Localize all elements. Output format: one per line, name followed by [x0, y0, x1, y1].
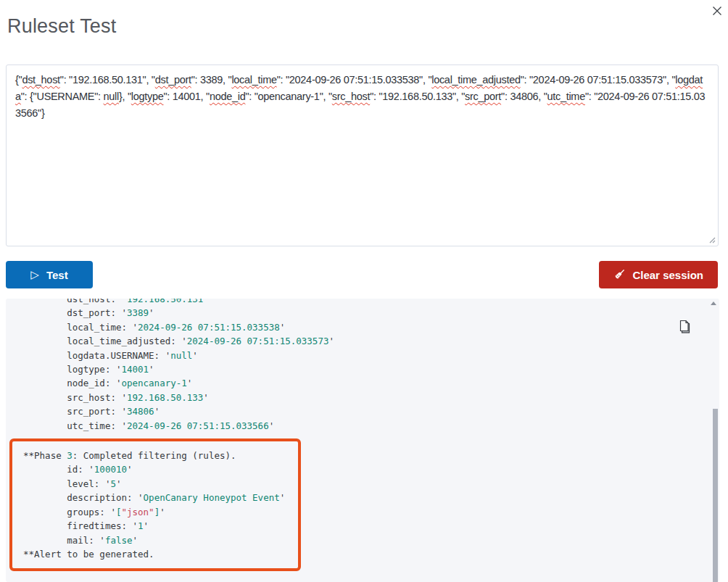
code-value: false — [105, 535, 133, 546]
misspelled-token: local_time_adjusted — [431, 74, 520, 86]
code-value: 2024-09-26 07:51:15.033566 — [127, 420, 269, 431]
actions-row: ▷ Test Clear session — [6, 261, 718, 288]
page-title: Ruleset Test — [7, 15, 116, 38]
broom-icon — [613, 269, 625, 280]
event-json-input[interactable]: {"dst_host": "192.168.50.131", "dst_port… — [6, 65, 719, 246]
code-value: 5 — [110, 478, 116, 489]
code-string: "json" — [121, 507, 154, 517]
code-value: 3 — [67, 450, 73, 461]
misspelled-token: node_id — [210, 91, 246, 102]
code-value: null — [170, 350, 192, 361]
copy-icon[interactable] — [677, 319, 693, 335]
misspelled-token: logtype — [131, 91, 164, 102]
misspelled-token: utc_time — [547, 91, 585, 102]
code-value: 34806 — [127, 406, 154, 417]
close-icon[interactable] — [710, 4, 724, 18]
scroll-up-arrow[interactable] — [711, 302, 716, 305]
clear-session-label: Clear session — [632, 269, 703, 281]
phase3-result-log: **Phase 3: Completed filtering (rules). … — [23, 449, 285, 561]
test-output-panel: dst_host: '192.168.50.131' dst_port: '33… — [6, 299, 719, 582]
misspelled-token: null — [104, 91, 119, 102]
resize-handle-icon[interactable] — [708, 236, 716, 244]
misspelled-token: dst_port — [155, 74, 191, 86]
code-value: 1 — [138, 520, 144, 531]
code-value: ["json"] — [116, 507, 160, 517]
code-value: 3389 — [127, 307, 149, 318]
test-button[interactable]: ▷ Test — [6, 261, 93, 288]
code-value: 2024-09-26 07:51:15.033573 — [187, 336, 329, 346]
test-button-label: Test — [46, 269, 68, 281]
code-value: 14001 — [121, 364, 149, 375]
code-value: 100010 — [94, 464, 127, 475]
phase3-highlight-box: **Phase 3: Completed filtering (rules). … — [9, 438, 301, 571]
code-value: opencanary-1 — [121, 378, 186, 388]
misspelled-token: dst_host — [22, 74, 59, 86]
scrollbar-thumb[interactable] — [713, 409, 718, 582]
code-value: 2024-09-26 07:51:15.033538 — [138, 322, 280, 333]
ruleset-test-page: Ruleset Test {"dst_host": "192.168.50.13… — [0, 0, 728, 582]
event-json-text: {"dst_host": "192.168.50.131", "dst_port… — [15, 74, 705, 119]
result-log: dst_host: '192.168.50.131' dst_port: '33… — [23, 299, 719, 433]
misspelled-token: src_host — [332, 91, 370, 102]
play-icon: ▷ — [30, 269, 39, 280]
misspelled-token: src_port — [465, 91, 501, 102]
code-value: 192.168.50.131 — [127, 299, 203, 304]
clear-session-button[interactable]: Clear session — [599, 261, 718, 288]
code-value: OpenCanary Honeypot Event — [144, 492, 280, 503]
code-value: 192.168.50.133 — [127, 392, 203, 403]
misspelled-token: local_time — [231, 74, 276, 86]
